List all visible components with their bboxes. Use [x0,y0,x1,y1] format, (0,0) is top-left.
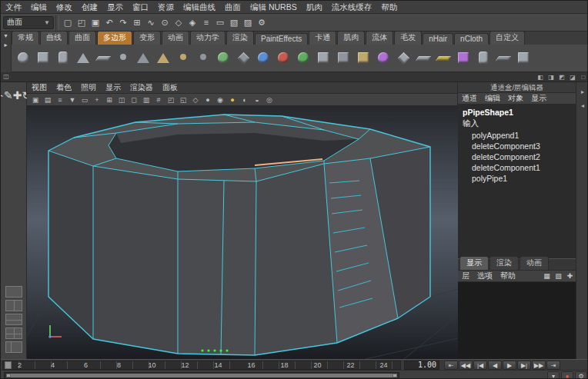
show-tool-settings-icon[interactable]: □ [578,73,588,82]
poly-soccer-ball-icon[interactable] [214,48,232,69]
shelf-tab[interactable]: nHair [423,33,453,45]
safe-title-icon[interactable]: ◱ [177,95,189,105]
channel-box-input-node[interactable]: polyPipe1 [458,173,576,184]
menu-item[interactable]: 资源 [153,1,179,13]
viewport-menu-item[interactable]: 面板 [158,82,182,93]
snap-to-point-icon[interactable]: ⊙ [158,15,172,29]
layout-two-panes-stacked-button[interactable] [5,314,22,325]
poly-sphere-icon[interactable] [14,48,32,69]
go-to-end-icon[interactable]: ⇥ [546,361,560,370]
insert-edge-loop-icon[interactable] [434,48,453,69]
shelf-menu-icon[interactable]: ▸ [2,41,11,50]
viewport-menu-item[interactable]: 视图 [27,82,52,93]
shelf-tab[interactable]: nCloth [454,33,489,45]
render-settings-icon[interactable]: ⚙ [255,15,269,29]
menu-item[interactable]: 流水线缓存 [327,1,377,13]
viewport-menu-item[interactable]: 照明 [76,82,101,93]
fill-hole-icon[interactable] [354,48,373,69]
layout-outliner-persp-button[interactable] [5,341,22,353]
shelf-tab[interactable]: 渲染 [226,32,254,45]
channel-box-input-node[interactable]: deleteComponent2 [458,151,576,162]
poly-platonic-icon[interactable] [234,48,252,69]
viewport-menu-item[interactable]: 渲染器 [125,82,158,93]
snap-to-curve-icon[interactable]: ∿ [144,15,158,29]
pin-panel-icon[interactable]: ◂ [578,101,587,111]
camera-attributes-icon[interactable]: ≡ [54,95,66,105]
show-channel-layer-icon[interactable]: ◩ [556,73,567,82]
menu-set-selector[interactable]: 曲面 ▼ [3,16,54,29]
character-set-menu-icon[interactable]: ▾ [547,371,560,379]
select-camera-icon[interactable]: ▣ [29,95,42,105]
shelf-tab[interactable]: 毛发 [394,32,422,45]
shadows-icon[interactable]: ◐ [239,95,251,105]
paint-select-tool-icon[interactable]: ✎ [4,89,13,101]
channel-box-menu-item[interactable]: 显示 [527,93,550,104]
menu-item[interactable]: 修改 [52,1,77,13]
separate-icon[interactable] [334,48,352,69]
sidebar-toggle-icon[interactable]: ▸ [578,87,587,98]
channel-box-menu-item[interactable]: 编辑 [481,93,504,104]
play-backwards-icon[interactable]: ◀ [488,361,502,370]
time-slider[interactable]: 24681012141618202224 [2,361,401,370]
mirror-geometry-icon[interactable] [514,48,533,69]
layer-list[interactable] [458,282,576,359]
shelf-tab[interactable]: 多边形 [97,32,132,45]
redo-icon[interactable]: ↷ [116,15,130,29]
shelf-tab[interactable]: 动画 [162,32,189,45]
shelf-tab[interactable]: 动力学 [190,32,226,45]
step-back-frame-icon[interactable]: ◀◀ [459,361,473,370]
poly-torus-icon[interactable] [114,48,132,69]
menu-item[interactable]: 曲面 [220,1,246,13]
auto-keyframe-icon[interactable]: ● [561,371,573,379]
shaded-icon[interactable]: ● [202,95,214,105]
play-forwards-icon[interactable]: ▶ [503,361,516,370]
range-slider[interactable] [4,372,399,379]
shelf-tab[interactable]: 流体 [366,32,393,45]
show-layer-editor-icon[interactable]: ◨ [546,73,556,82]
film-gate-icon[interactable]: ◫ [115,95,128,105]
poly-pipe-icon[interactable] [174,48,192,69]
append-to-polygon-icon[interactable] [394,48,413,69]
construction-history-icon[interactable]: ≡ [199,15,213,29]
boolean-union-icon[interactable] [254,48,272,69]
extrude-icon[interactable] [454,48,473,69]
channel-box-input-node[interactable]: deleteComponent3 [458,141,576,151]
combine-icon[interactable] [314,48,332,69]
textured-icon[interactable]: ◉ [214,95,226,105]
channel-box-menu-item[interactable]: 通道 [458,93,481,104]
use-all-lights-icon[interactable]: ● [226,95,239,105]
poly-cube-icon[interactable] [34,48,52,69]
go-to-start-icon[interactable]: ⇤ [444,361,458,370]
poly-prism-icon[interactable] [134,48,152,69]
range-end-handle[interactable] [393,374,397,377]
layout-two-panes-side-button[interactable] [5,300,22,311]
lock-camera-icon[interactable]: ▤ [42,95,54,105]
poly-cylinder-icon[interactable] [54,48,72,69]
layer-editor-menu-item[interactable]: 选项 [473,271,496,280]
panel-layout-icon[interactable]: ◫ [1,72,12,81]
layout-four-panes-button[interactable] [5,327,22,339]
show-attribute-editor-icon[interactable]: ◪ [567,73,578,82]
menu-item[interactable]: 编辑曲线 [179,1,220,13]
menu-item[interactable]: 窗口 [128,1,153,13]
shelf-tab[interactable]: PaintEffects [255,33,308,45]
shelf-tab[interactable]: 曲面 [68,32,96,45]
boolean-intersection-icon[interactable] [294,48,312,69]
menu-item[interactable]: 编辑 [26,1,52,13]
channel-box-menu-item[interactable]: 对象 [504,93,527,104]
menu-item[interactable]: 显示 [102,1,128,13]
isolate-select-icon[interactable]: ◎ [263,95,276,105]
bookmarks-icon[interactable]: ▼ [66,95,79,105]
menu-item[interactable]: 创建 [77,1,102,13]
menu-item[interactable]: 编辑 NURBS [246,1,302,13]
save-scene-icon[interactable]: ▣ [89,15,102,29]
menu-item[interactable]: 帮助 [376,1,402,13]
create-layer-from-selected-icon[interactable]: ▧ [553,271,564,281]
gate-mask-icon[interactable]: ▥ [140,95,152,105]
menu-item[interactable]: 肌肉 [302,1,327,13]
shelf-tab[interactable]: 肌肉 [337,32,365,45]
layer-options-icon[interactable]: ✚ [564,271,576,281]
undo-icon[interactable]: ↶ [102,15,116,29]
poly-pyramid-icon[interactable] [154,48,172,69]
create-empty-layer-icon[interactable]: ▦ [541,271,553,281]
